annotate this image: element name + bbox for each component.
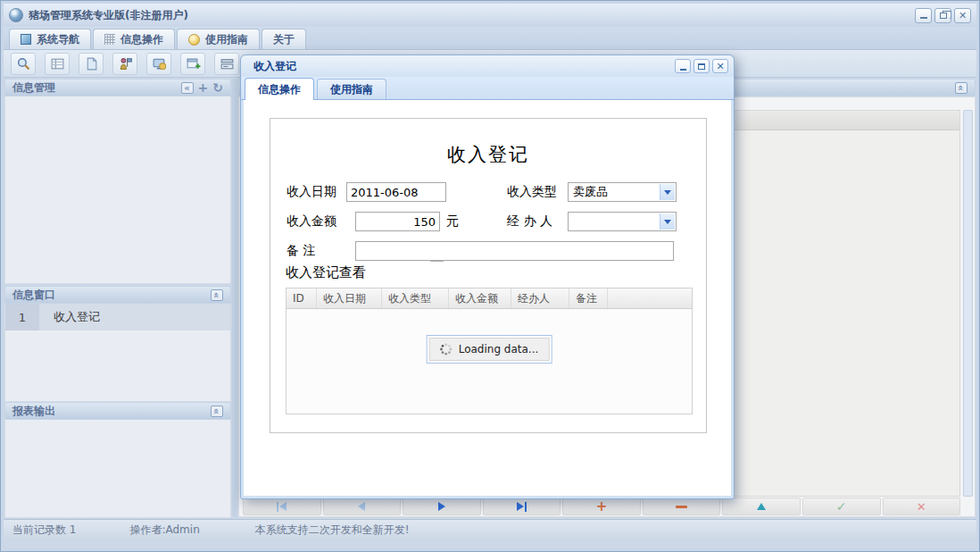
application-window: 猪场管理系统专业版(非注册用户) ✕ 系统导航 信息操作 使用指南 关于 [0, 0, 980, 552]
nav-square-icon [21, 34, 31, 45]
date-input[interactable] [346, 182, 446, 202]
collapse-up-button[interactable]: « [211, 406, 223, 417]
dialog-tab-label: 使用指南 [330, 82, 373, 97]
loading-indicator: Loading data... [427, 335, 552, 364]
column-header-note[interactable]: 备注 [569, 289, 608, 308]
menu-tab-info-ops[interactable]: 信息操作 [93, 29, 175, 49]
paging-save-button[interactable]: ✓ [802, 498, 881, 515]
paging-last-button[interactable] [483, 498, 561, 515]
refresh-icon[interactable]: ↻ [212, 80, 223, 95]
chevron-down-icon [660, 184, 675, 200]
maximize-icon [698, 63, 705, 70]
chevron-down-icon [660, 213, 675, 230]
info-window-item[interactable]: 1 收入登记 [5, 304, 230, 330]
column-header-handler[interactable]: 经办人 [511, 289, 569, 308]
main-titlebar[interactable]: 猪场管理系统专业版(非注册用户) ✕ [4, 4, 976, 27]
amount-input[interactable] [355, 212, 440, 231]
close-button[interactable]: ✕ [954, 8, 971, 23]
menu-tab-about[interactable]: 关于 [262, 29, 306, 49]
operator-button[interactable] [112, 53, 137, 75]
record-count: 当前记录数 1 [12, 523, 76, 538]
menu-tab-guide[interactable]: 使用指南 [177, 29, 260, 49]
note-input[interactable] [355, 241, 674, 261]
menu-tab-label: 关于 [273, 32, 295, 47]
menu-bar: 系统导航 信息操作 使用指南 关于 [4, 27, 976, 50]
menu-tab-system-nav[interactable]: 系统导航 [9, 29, 91, 49]
dialog-tab-info-ops[interactable]: 信息操作 [245, 78, 314, 100]
search-button[interactable] [11, 53, 36, 75]
column-header-date[interactable]: 收入日期 [317, 289, 382, 308]
last-icon [517, 502, 527, 512]
menu-tab-label: 系统导航 [37, 32, 79, 47]
income-grid-header: ID 收入日期 收入类型 收入金额 经办人 备注 [287, 289, 692, 309]
dialog-tab-label: 信息操作 [258, 82, 301, 97]
minimize-icon [920, 17, 927, 19]
list-view-button[interactable] [45, 53, 70, 75]
vertical-scrollbar[interactable] [963, 110, 973, 497]
app-logo-icon [9, 8, 23, 22]
info-window-body: 1 收入登记 [4, 304, 231, 402]
panel-header-info-window[interactable]: 信息窗口 « [4, 286, 231, 304]
form-heading: 收入登记 [270, 142, 706, 167]
delete-minus-icon [676, 506, 687, 508]
menu-tab-label: 使用指南 [205, 32, 248, 47]
income-grid: ID 收入日期 收入类型 收入金额 经办人 备注 Loading data... [286, 288, 693, 414]
document-button[interactable] [79, 53, 104, 75]
paging-first-button[interactable] [243, 498, 321, 515]
paging-next-button[interactable] [403, 498, 481, 515]
paging-add-button[interactable]: + [562, 498, 641, 515]
paging-cancel-button[interactable]: ✕ [883, 498, 961, 515]
window-bottom-edge [4, 540, 976, 548]
new-window-button[interactable] [180, 53, 205, 75]
dialog-titlebar[interactable]: 收入登记 ✕ [241, 55, 734, 77]
grid-icon [104, 34, 115, 45]
dialog-maximize-button[interactable] [693, 59, 710, 73]
column-header-empty[interactable] [608, 289, 692, 308]
panel-title: 信息管理 [12, 80, 55, 96]
prev-icon [358, 502, 365, 511]
panel-header-info-management[interactable]: 信息管理 « + ↻ [4, 79, 231, 96]
search-icon [16, 56, 31, 71]
dialog-close-button[interactable]: ✕ [712, 59, 728, 73]
column-header-id[interactable]: ID [287, 289, 317, 308]
loading-text: Loading data... [459, 343, 539, 355]
combo-value: 卖废品 [573, 184, 608, 200]
collapse-up-button[interactable]: « [955, 82, 968, 94]
collapse-left-button[interactable]: « [181, 82, 194, 94]
handler-label: 经 办 人 [507, 213, 552, 230]
collapse-up-button[interactable]: « [211, 289, 223, 301]
income-type-combo[interactable]: 卖废品 [568, 182, 677, 202]
dialog-minimize-button[interactable] [675, 59, 691, 73]
paging-edit-button[interactable] [722, 498, 801, 515]
paging-delete-button[interactable] [643, 498, 721, 515]
amount-unit: 元 [446, 213, 459, 230]
table-icon [50, 56, 65, 71]
add-icon[interactable]: + [198, 80, 209, 95]
panel-header-report-output[interactable]: 报表输出 « [4, 402, 231, 420]
menu-tab-label: 信息操作 [120, 32, 163, 47]
add-plus-icon: + [596, 500, 608, 514]
column-header-type[interactable]: 收入类型 [382, 289, 449, 308]
dialog-title: 收入登记 [253, 59, 672, 74]
window-new-icon [186, 56, 201, 71]
sidebar-splitter[interactable] [232, 79, 237, 517]
minimize-icon [680, 69, 686, 71]
document-icon [84, 56, 99, 71]
monitor-button[interactable] [146, 53, 171, 75]
card-reader-icon [220, 56, 235, 71]
type-label: 收入类型 [507, 184, 557, 200]
paging-prev-button[interactable] [323, 498, 402, 515]
handler-combo[interactable] [568, 212, 677, 231]
note-label: 备 注 [287, 243, 315, 259]
card-reader-button[interactable] [214, 53, 239, 75]
edit-triangle-icon [757, 503, 766, 510]
column-header-amount[interactable]: 收入金额 [449, 289, 511, 308]
minimize-button[interactable] [915, 8, 932, 23]
amount-label: 收入金额 [287, 213, 336, 230]
user-chart-icon [118, 56, 133, 71]
dialog-tab-guide[interactable]: 使用指南 [317, 79, 386, 99]
income-form-panel: 收入登记 收入日期 收入类型 卖废品 收入金额 [270, 118, 707, 433]
restore-button[interactable] [934, 8, 951, 23]
close-icon: ✕ [959, 10, 967, 21]
first-icon [277, 502, 287, 512]
